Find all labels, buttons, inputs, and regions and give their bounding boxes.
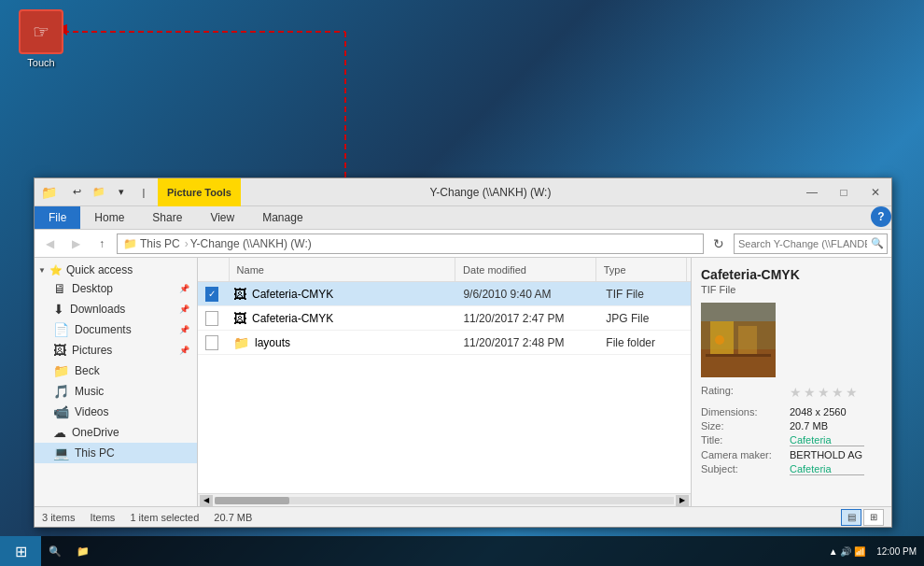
selected-size: 20.7 MB [214, 512, 252, 523]
file-name-2: 📁 layouts [226, 335, 455, 350]
sidebar-item-this-pc[interactable]: 💻 This PC [35, 443, 197, 463]
file-checkbox-0[interactable]: ✓ [198, 287, 226, 302]
ribbon: File Home Share View Manage ? [35, 206, 891, 230]
sidebar-documents-label: Documents [75, 323, 132, 336]
sidebar: ▼ ⭐ Quick access 🖥 Desktop 📌 ⬇ Downloads… [35, 258, 198, 506]
details-title-row: Title: Cafeteria [701, 434, 882, 446]
explorer-icon: 📁 [35, 178, 63, 206]
sidebar-item-desktop[interactable]: 🖥 Desktop 📌 [35, 278, 197, 299]
col-header-name[interactable]: Name [230, 258, 456, 282]
back-button[interactable]: ◀ [38, 233, 61, 255]
sidebar-music-label: Music [75, 385, 104, 398]
file-checkbox-2[interactable] [198, 335, 226, 350]
window-controls: — □ ✕ [796, 178, 891, 206]
tab-file[interactable]: File [35, 206, 80, 229]
tab-manage[interactable]: Manage [248, 206, 316, 229]
up-button[interactable]: ↑ [91, 233, 113, 255]
refresh-button[interactable]: ↻ [707, 233, 730, 255]
help-button[interactable]: ? [871, 206, 891, 227]
sidebar-beck-label: Beck [75, 364, 100, 377]
h-scroll-left[interactable]: ◀ [200, 495, 213, 506]
sidebar-quick-access-header[interactable]: ▼ ⭐ Quick access [35, 262, 197, 278]
dimensions-label: Dimensions: [701, 406, 790, 417]
file-icon-2: 📁 [233, 335, 249, 350]
sidebar-item-beck[interactable]: 📁 Beck [35, 361, 197, 381]
qat-dropdown-btn[interactable]: ▾ [111, 182, 132, 203]
qat-back-btn[interactable]: ↩ [66, 182, 87, 203]
details-view-btn[interactable]: ▤ [841, 509, 861, 526]
tab-view[interactable]: View [196, 206, 248, 229]
taskbar-cortana[interactable]: 🔍 [41, 536, 69, 566]
file-checkbox-1[interactable] [198, 311, 226, 326]
rating-label: Rating: [701, 385, 790, 403]
status-bar: 3 items Items 1 item selected 20.7 MB ▤ … [35, 506, 891, 527]
subject-value[interactable]: Cafeteria [790, 463, 864, 475]
star-5: ★ [846, 385, 858, 400]
search-box: 🔍 [734, 233, 888, 254]
sidebar-item-music[interactable]: 🎵 Music [35, 381, 197, 402]
qat-separator: | [133, 182, 154, 203]
details-subject-row: Subject: Cafeteria [701, 463, 882, 475]
title-label: Title: [701, 434, 790, 446]
sidebar-item-videos[interactable]: 📹 Videos [35, 402, 197, 422]
star-1: ★ [790, 385, 802, 400]
details-dimensions-row: Dimensions: 2048 x 2560 [701, 406, 882, 417]
items-count: 3 items [42, 512, 75, 523]
sidebar-container: ▼ ⭐ Quick access 🖥 Desktop 📌 ⬇ Downloads… [35, 258, 198, 506]
file-row-1[interactable]: 🖼 Cafeteria-CMYK 11/20/2017 2:47 PM JPG … [198, 306, 691, 331]
file-row-2[interactable]: 📁 layouts 11/20/2017 2:48 PM File folder [198, 331, 691, 355]
size-label: Size: [701, 420, 790, 432]
sidebar-item-documents[interactable]: 📄 Documents 📌 [35, 319, 197, 340]
maximize-button[interactable]: □ [828, 178, 860, 206]
sidebar-item-downloads[interactable]: ⬇ Downloads 📌 [35, 299, 197, 319]
taskbar-explorer[interactable]: 📁 [69, 536, 97, 566]
title-value[interactable]: Cafeteria [790, 434, 864, 446]
sidebar-item-pictures[interactable]: 🖼 Pictures 📌 [35, 340, 197, 361]
minimize-button[interactable]: — [796, 178, 828, 206]
forward-button[interactable]: ▶ [64, 233, 87, 255]
title-bar: 📁 ↩ 📁 ▾ | Picture Tools Y-Change (\\ANKH… [35, 178, 891, 206]
sidebar-onedrive-label: OneDrive [72, 426, 119, 439]
h-scroll-thumb[interactable] [215, 497, 289, 504]
search-input[interactable] [738, 238, 867, 249]
h-scroll-track[interactable] [215, 497, 674, 504]
dashed-arrow-lines [0, 0, 924, 187]
taskbar: ⊞ 🔍 📁 ▲ 🔊 📶 12:00 PM [0, 536, 924, 566]
h-scroll-right[interactable]: ▶ [676, 495, 689, 506]
desktop: ☞ Touch 📁 ↩ 📁 ▾ | Picture Tools Y-Change… [0, 0, 924, 566]
details-subtitle: TIF File [701, 284, 882, 295]
tab-home[interactable]: Home [80, 206, 138, 229]
file-type-1: JPG File [598, 312, 691, 325]
svg-rect-9 [706, 354, 771, 357]
sidebar-item-onedrive[interactable]: ☁ OneDrive [35, 422, 197, 443]
tab-share[interactable]: Share [138, 206, 196, 229]
svg-point-8 [715, 335, 724, 345]
qat-folder-btn[interactable]: 📁 [89, 182, 109, 203]
camera-value: BERTHOLD AG [790, 449, 862, 460]
ribbon-tabs: File Home Share View Manage ? [35, 206, 891, 229]
col-header-type[interactable]: Type [596, 258, 687, 282]
col-header-date[interactable]: Date modified [455, 258, 596, 282]
sidebar-desktop-label: Desktop [72, 282, 113, 295]
size-value: 20.7 MB [790, 420, 828, 432]
path-drive: Y-Change (\\ANKH) (W:) [190, 237, 312, 250]
file-row-0[interactable]: ✓ 🖼 Cafeteria-CMYK 9/6/2010 9:40 AM TIF … [198, 282, 691, 306]
touch-widget[interactable]: ☞ Touch [19, 9, 63, 68]
large-icons-view-btn[interactable]: ⊞ [863, 509, 884, 526]
file-date-2: 11/20/2017 2:48 PM [455, 336, 598, 349]
star-rating[interactable]: ★ ★ ★ ★ ★ [790, 385, 858, 400]
col-header-check[interactable] [202, 258, 230, 282]
quick-access-arrow: ▼ [38, 266, 46, 275]
pin-icon-downloads: 📌 [179, 304, 189, 314]
view-controls: ▤ ⊞ [841, 509, 884, 526]
explorer-window: 📁 ↩ 📁 ▾ | Picture Tools Y-Change (\\ANKH… [34, 177, 892, 528]
picture-tools-tab[interactable]: Picture Tools [158, 178, 241, 206]
close-button[interactable]: ✕ [860, 178, 891, 206]
details-size-row: Size: 20.7 MB [701, 420, 882, 432]
address-path[interactable]: 📁 This PC › Y-Change (\\ANKH) (W:) [117, 233, 704, 254]
main-content: ▼ ⭐ Quick access 🖥 Desktop 📌 ⬇ Downloads… [35, 258, 891, 506]
pin-icon-pictures: 📌 [179, 346, 189, 355]
details-rating-row: Rating: ★ ★ ★ ★ ★ [701, 385, 882, 403]
taskbar-system-tray: ▲ 🔊 📶 12:00 PM [829, 546, 924, 557]
start-button[interactable]: ⊞ [0, 536, 41, 566]
